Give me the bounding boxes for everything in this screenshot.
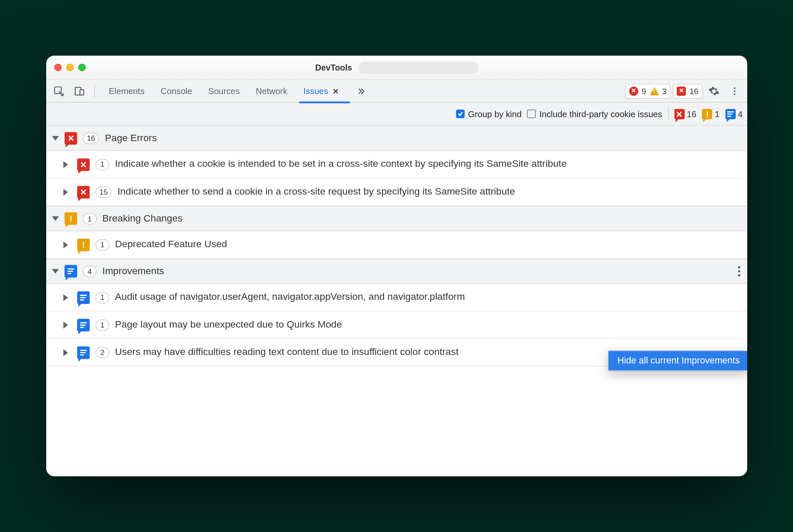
item-count: 15 <box>95 186 112 198</box>
item-count: 1 <box>95 159 109 170</box>
issue-item[interactable]: 1 Audit usage of navigator.userAgent, na… <box>46 284 747 311</box>
info-badge-icon <box>77 291 89 303</box>
close-window-button[interactable] <box>54 64 61 71</box>
item-count: 2 <box>95 346 109 358</box>
tab-elements[interactable]: Elements <box>101 80 152 103</box>
issue-item[interactable]: 1 Page layout may be unexpected due to Q… <box>46 311 747 339</box>
error-badge-icon <box>77 186 89 198</box>
checkbox-on-icon <box>456 109 465 118</box>
summary-warnings[interactable]: 1 <box>702 109 719 119</box>
expand-icon <box>63 161 71 168</box>
tab-label: Elements <box>109 86 145 96</box>
close-tab-icon[interactable] <box>331 87 340 95</box>
group-by-kind-checkbox[interactable]: Group by kind <box>456 109 521 119</box>
info-badge-icon <box>77 319 89 331</box>
console-errors-warnings-pill[interactable]: ✕ 9 3 <box>625 83 671 98</box>
tab-label: Console <box>160 86 192 96</box>
collapse-icon <box>52 136 59 140</box>
collapse-icon <box>52 216 59 221</box>
titlebar: DevTools <box>46 56 747 80</box>
issue-title: Audit usage of navigator.userAgent, navi… <box>115 291 465 304</box>
issue-error-icon: ✕ <box>677 86 686 95</box>
issue-item[interactable]: 1 Deprecated Feature Used <box>46 231 747 258</box>
context-menu-label: Hide all current Improvements <box>617 355 740 365</box>
tab-issues[interactable]: Issues <box>295 80 347 103</box>
warning-icon <box>649 87 658 95</box>
info-badge-icon <box>77 346 89 358</box>
summary-errors[interactable]: 16 <box>674 109 696 119</box>
summary-improvements[interactable]: 4 <box>725 109 743 119</box>
more-tabs-button[interactable] <box>347 80 374 103</box>
device-toolbar-button[interactable] <box>70 82 89 100</box>
issue-title: Page layout may be unexpected due to Qui… <box>115 318 342 331</box>
checkbox-off-icon <box>527 109 536 118</box>
minimize-window-button[interactable] <box>66 64 73 71</box>
group-title: Improvements <box>102 266 164 277</box>
group-count: 1 <box>83 213 96 224</box>
third-party-cookie-checkbox[interactable]: Include third-party cookie issues <box>527 109 662 119</box>
item-count: 1 <box>95 292 109 303</box>
expand-icon <box>63 321 71 328</box>
group-title: Page Errors <box>105 132 157 144</box>
inspect-element-button[interactable] <box>50 82 68 100</box>
warning-badge-icon <box>77 238 89 251</box>
chevron-right-double-icon <box>355 86 366 96</box>
tab-sources[interactable]: Sources <box>200 80 247 103</box>
group-header-breaking-changes[interactable]: 1 Breaking Changes <box>46 206 747 231</box>
group-header-improvements[interactable]: 4 Improvements <box>46 259 747 284</box>
group-title: Breaking Changes <box>102 213 182 224</box>
zoom-window-button[interactable] <box>78 64 86 71</box>
issues-options-bar: Group by kind Include third-party cookie… <box>46 103 747 126</box>
settings-button[interactable] <box>704 82 723 100</box>
issues-list: 16 Page Errors 1 Indicate whether a cook… <box>46 126 747 476</box>
svg-point-4 <box>734 90 735 92</box>
summary-count: 4 <box>738 109 743 119</box>
context-menu-hide-improvements[interactable]: Hide all current Improvements <box>608 351 747 370</box>
context-menu: Hide all current Improvements <box>607 350 747 371</box>
divider <box>668 107 668 120</box>
error-badge-icon <box>77 158 89 170</box>
info-badge-icon <box>725 109 735 119</box>
svg-point-3 <box>734 87 735 89</box>
issue-title: Users may have difficulties reading text… <box>115 346 458 359</box>
devtools-window: DevTools Elements Console Sources Networ… <box>46 56 747 476</box>
main-toolbar: Elements Console Sources Network Issues … <box>46 80 747 103</box>
issues-counter-pill[interactable]: ✕ 16 <box>673 83 702 98</box>
issue-count: 16 <box>689 86 698 95</box>
item-count: 1 <box>95 239 109 250</box>
tab-label: Sources <box>208 86 240 96</box>
error-icon: ✕ <box>629 86 638 95</box>
error-count: 9 <box>642 86 646 95</box>
warning-count: 3 <box>662 86 666 95</box>
group-count: 4 <box>83 266 96 277</box>
item-count: 1 <box>95 319 109 331</box>
issue-item[interactable]: 15 Indicate whether to send a cookie in … <box>46 178 747 206</box>
checkbox-label: Group by kind <box>468 109 521 119</box>
error-badge-icon <box>674 109 684 119</box>
issue-title: Indicate whether a cookie is intended to… <box>115 158 566 171</box>
expand-icon <box>63 294 71 301</box>
kebab-icon <box>729 86 740 96</box>
error-badge-icon <box>64 132 77 144</box>
expand-icon <box>63 188 71 195</box>
panel-tabs: Elements Console Sources Network Issues <box>101 80 374 103</box>
redacted-url <box>358 61 478 74</box>
summary-count: 16 <box>686 109 696 119</box>
divider <box>94 85 95 97</box>
warning-badge-icon <box>64 212 77 225</box>
tab-label: Network <box>256 86 287 96</box>
collapse-icon <box>52 269 59 274</box>
issue-title: Indicate whether to send a cookie in a c… <box>117 185 515 198</box>
warning-badge-icon <box>702 109 712 119</box>
expand-icon <box>63 241 71 248</box>
issue-item[interactable]: 1 Indicate whether a cookie is intended … <box>46 151 747 178</box>
group-header-page-errors[interactable]: 16 Page Errors <box>46 126 747 151</box>
group-count: 16 <box>83 132 99 144</box>
more-options-button[interactable] <box>725 82 743 100</box>
group-menu-button[interactable] <box>738 266 740 276</box>
info-badge-icon <box>64 265 77 277</box>
tab-console[interactable]: Console <box>152 80 200 103</box>
window-controls <box>46 64 86 71</box>
tab-network[interactable]: Network <box>248 80 295 103</box>
svg-point-5 <box>734 93 735 95</box>
